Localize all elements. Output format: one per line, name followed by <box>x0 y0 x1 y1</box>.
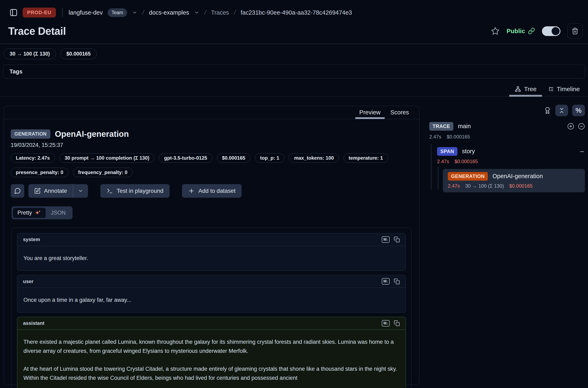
title-row: Trace Detail Public <box>0 24 588 39</box>
generation-metrics: 2.47s 30 → 100 (Σ 130) $0.000165 <box>448 183 580 189</box>
pretty-label: Pretty <box>18 210 32 216</box>
tree-node-span[interactable]: SPAN story <box>437 147 585 156</box>
org-plan-badge: Team <box>108 8 127 17</box>
test-in-playground-label: Test in playground <box>117 188 163 194</box>
annotate-split-button: Annotate <box>28 184 88 198</box>
latency-badge[interactable]: Latency: 2.47s <box>11 153 55 163</box>
generation-cost: $0.000165 <box>509 183 533 189</box>
temperature-badge[interactable]: temperature: 1 <box>343 153 388 163</box>
sparkles-icon <box>35 209 41 216</box>
breadcrumb-org[interactable]: langfuse-dev <box>69 9 103 16</box>
show-percent-button[interactable]: % <box>572 105 585 116</box>
message-header: system M↓ <box>17 233 406 246</box>
comment-button[interactable] <box>11 184 24 198</box>
annotate-button[interactable]: Annotate <box>28 184 73 198</box>
environment-badge: PROD-EU <box>23 8 56 18</box>
markdown-toggle-icon[interactable]: M↓ <box>382 236 390 243</box>
json-toggle-option[interactable]: JSON <box>46 210 71 216</box>
observation-timestamp: 19/03/2024, 15:25:37 <box>11 142 419 148</box>
markdown-toggle-icon[interactable]: M↓ <box>382 278 390 285</box>
breadcrumb-project[interactable]: docs-examples <box>149 9 189 16</box>
tree-zoom-controls <box>567 123 585 130</box>
circle-minus-icon[interactable] <box>578 123 585 130</box>
breadcrumb-separator: / <box>204 9 207 16</box>
tab-timeline[interactable]: Timeline <box>542 86 585 96</box>
star-icon[interactable] <box>491 27 499 35</box>
tree-node-trace[interactable]: TRACE main <box>429 122 585 131</box>
copy-icon[interactable] <box>394 278 400 285</box>
public-share-link[interactable]: Public <box>507 27 535 35</box>
breadcrumb-traces[interactable]: Traces <box>211 9 229 16</box>
trace-name: main <box>458 123 471 130</box>
observation-preview-card: Preview Scores GENERATION OpenAI-generat… <box>4 106 419 385</box>
collapse-node-icon[interactable] <box>579 149 585 154</box>
title-actions: Public <box>491 24 583 39</box>
message-header-icons: M↓ <box>382 236 400 243</box>
span-metrics: 2.47s $0.000165 <box>437 159 585 164</box>
breadcrumb-divider <box>62 8 63 17</box>
generation-type-badge: GENERATION <box>448 172 488 181</box>
pretty-toggle-option[interactable]: Pretty <box>13 208 46 218</box>
message-user: user M↓ Once upon a time in a galaxy far… <box>17 275 406 313</box>
trash-icon <box>571 27 579 35</box>
workspace: Preview Scores GENERATION OpenAI-generat… <box>0 97 588 388</box>
timeline-icon <box>547 86 554 92</box>
chevron-down-icon[interactable] <box>194 10 200 15</box>
tree-toolbar: % <box>429 105 585 116</box>
message-content: You are a great storyteller. <box>17 246 406 271</box>
chevrons-down-up-icon <box>558 107 565 114</box>
format-toggle: Pretty JSON <box>12 206 73 219</box>
tree-icon <box>515 86 521 92</box>
circle-plus-icon[interactable] <box>567 123 574 130</box>
presence-penalty-badge[interactable]: presence_penalty: 0 <box>11 168 68 177</box>
max-tokens-badge[interactable]: max_tokens: 100 <box>289 153 339 163</box>
sidebar-toggle-icon[interactable] <box>9 8 18 17</box>
add-to-dataset-label: Add to dataset <box>198 188 236 194</box>
tab-tree[interactable]: Tree <box>509 86 542 96</box>
model-badge[interactable]: gpt-3.5-turbo-0125 <box>159 153 212 163</box>
public-label: Public <box>507 27 525 35</box>
message-content: There existed a majestic planet called L… <box>17 330 406 388</box>
markdown-toggle-icon[interactable]: M↓ <box>382 320 390 326</box>
award-icon[interactable] <box>544 107 551 114</box>
breadcrumb-separator: / <box>142 9 145 16</box>
top-p-badge[interactable]: top_p: 1 <box>255 153 284 163</box>
span-type-badge: SPAN <box>437 147 457 156</box>
tags-box[interactable]: Tags <box>3 65 585 79</box>
message-header-icons: M↓ <box>382 278 400 285</box>
chevron-down-icon[interactable] <box>132 10 137 15</box>
breadcrumb-trace-id: fac231bc-90ee-490a-aa32-78c4269474e3 <box>241 9 352 16</box>
observation-name: OpenAI-generation <box>55 129 129 139</box>
observation-header: GENERATION OpenAI-generation <box>11 129 419 139</box>
trace-tree-panel: % TRACE main 2.47s $0.000165 SPAN story … <box>429 105 585 192</box>
copy-icon[interactable] <box>394 320 400 326</box>
preview-card-tabs: Preview Scores <box>4 106 419 119</box>
tab-scores[interactable]: Scores <box>385 106 414 119</box>
copy-icon[interactable] <box>394 236 400 242</box>
tab-preview[interactable]: Preview <box>354 106 385 119</box>
cost-badge[interactable]: $0.000165 <box>217 153 250 163</box>
token-usage-badge[interactable]: 30 → 100 (Σ 130) <box>4 48 56 59</box>
trace-type-badge: TRACE <box>429 122 453 131</box>
tree-node-generation-selected[interactable]: GENERATION OpenAI-generation 2.47s 30 → … <box>443 169 585 192</box>
page-title: Trace Detail <box>8 25 66 37</box>
delete-trace-button[interactable] <box>567 24 583 39</box>
generation-name: OpenAI-generation <box>492 173 543 180</box>
annotate-dropdown-button[interactable] <box>73 184 88 198</box>
breadcrumb-separator: / <box>233 9 236 16</box>
public-toggle[interactable] <box>542 26 561 36</box>
test-in-playground-button[interactable]: Test in playground <box>100 184 170 198</box>
generation-tokens: 30 → 100 (Σ 130) <box>465 183 504 189</box>
tags-label: Tags <box>9 68 23 75</box>
message-role: system <box>23 237 40 242</box>
frequency-penalty-badge[interactable]: frequency_penalty: 0 <box>73 168 133 177</box>
message-header: assistant M↓ <box>17 317 406 330</box>
message-role: user <box>23 279 34 284</box>
add-to-dataset-button[interactable]: Add to dataset <box>182 184 242 198</box>
token-usage-badge[interactable]: 30 prompt → 100 completion (Σ 130) <box>59 153 154 163</box>
tab-timeline-label: Timeline <box>557 86 580 93</box>
collapse-all-button[interactable] <box>555 105 568 116</box>
view-tabs: Tree Timeline <box>0 86 588 97</box>
cost-badge[interactable]: $0.000165 <box>60 48 97 59</box>
observation-type-badge: GENERATION <box>11 129 50 139</box>
